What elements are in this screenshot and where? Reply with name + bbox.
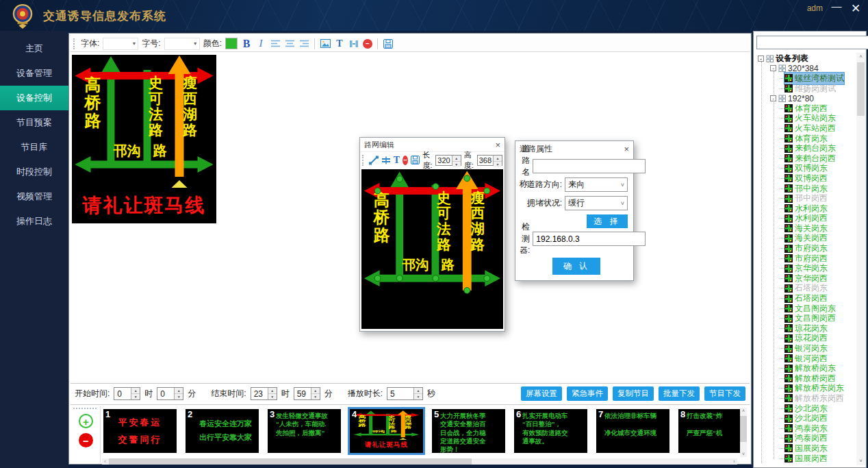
tree-device-item[interactable]: 市府岗东 xyxy=(755,243,856,254)
height-spinner[interactable]: 368▲▼ xyxy=(477,155,502,166)
tree-device-item[interactable]: 鸿泰岗西 xyxy=(755,434,856,444)
close-icon[interactable]: × xyxy=(495,140,500,150)
text-tool-icon[interactable]: T xyxy=(394,155,400,166)
tree-device-item[interactable]: 海关岗东 xyxy=(755,223,856,234)
confirm-button[interactable]: 确 认 xyxy=(552,258,600,275)
close-icon[interactable]: × xyxy=(624,144,629,154)
tree-device-item[interactable]: 螺丝湾桥测试 xyxy=(755,73,856,84)
tree-device-item[interactable]: 沙北岗东 xyxy=(755,404,856,414)
tree-device-item[interactable]: 水利岗西 xyxy=(755,214,856,224)
sidebar-item-5[interactable]: 时段控制 xyxy=(0,160,68,184)
tree-device-item[interactable]: 解放桥东岗东 xyxy=(755,384,856,394)
playlist-item-7[interactable]: 7依法治理非标车辆 净化城市交通环境 xyxy=(596,409,669,453)
tree-device-item[interactable]: 京华岗西 xyxy=(755,273,856,284)
road-handle[interactable] xyxy=(464,287,470,293)
scroll-up-icon[interactable]: ˄ xyxy=(856,53,865,61)
tree-device-item[interactable]: 沙北岗西 xyxy=(755,413,856,423)
road-handle[interactable] xyxy=(484,275,490,282)
color-swatch[interactable] xyxy=(225,38,238,49)
scroll-right-icon[interactable]: › xyxy=(731,458,737,465)
tree-device-item[interactable]: 文昌阁岗东 xyxy=(755,304,856,314)
playlist-item-4[interactable]: 4高桥路史可法路瘦西湖路邗沟路请礼让斑马线 xyxy=(350,409,423,453)
tree-device-item[interactable]: 银河岗西 xyxy=(755,354,856,364)
spinner-arrows[interactable]: ▲▼ xyxy=(174,388,183,399)
tree-group-320*384[interactable]: -320*384 xyxy=(755,64,856,74)
detector-input[interactable] xyxy=(533,232,646,246)
road-direction-select[interactable]: 来向 ˅ xyxy=(565,177,628,192)
tree-device-item[interactable]: 双博岗东 xyxy=(755,164,856,174)
vertical-scrollbar[interactable]: ˄ ˅ xyxy=(740,408,747,457)
tree-device-item[interactable]: 火车站岗东 xyxy=(755,114,856,124)
road-handle[interactable] xyxy=(433,184,439,190)
tree-device-item[interactable]: 邗中岗西 xyxy=(755,193,856,204)
tree-device-item[interactable]: 解放桥岗西 xyxy=(755,373,856,384)
action-button-4[interactable]: 节目下发 xyxy=(704,386,745,401)
font-select[interactable]: ▼ xyxy=(103,38,138,50)
road-handle[interactable] xyxy=(374,188,381,194)
size-select[interactable]: ▼ xyxy=(164,38,200,50)
screen-preview[interactable]: 高桥路史可法路瘦西湖路邗沟路 请礼让斑马线 xyxy=(72,55,216,223)
sidebar-item-3[interactable]: 节目预案 xyxy=(0,110,68,135)
choose-button[interactable]: 选 择 xyxy=(587,214,628,228)
tree-device-item[interactable]: 双博岗西 xyxy=(755,173,856,184)
save-icon[interactable] xyxy=(383,39,394,49)
road-handle[interactable] xyxy=(374,275,381,282)
toolbar-grip[interactable] xyxy=(73,38,75,49)
tree-device-item[interactable]: 海关岗西 xyxy=(755,234,856,244)
tree-root[interactable]: -设备列表 xyxy=(755,53,856,64)
dialog-titlebar[interactable]: 道路属性 × xyxy=(515,141,633,156)
tree-group-192*80[interactable]: -192*80 xyxy=(755,93,856,103)
spinner-arrows[interactable]: ▲▼ xyxy=(311,388,320,399)
tree-device-item[interactable]: 琼花岗西 xyxy=(755,334,856,344)
close-button[interactable]: ✕ xyxy=(849,1,863,16)
italic-button[interactable]: I xyxy=(255,38,266,49)
spinner-arrows[interactable]: ▲▼ xyxy=(452,156,461,165)
image-icon[interactable] xyxy=(320,39,331,48)
sidebar-item-2[interactable]: 设备控制 xyxy=(0,86,68,110)
end-minute-spinner[interactable]: 59▲▼ xyxy=(294,387,320,400)
tree-device-item[interactable]: 来鹤台岗西 xyxy=(755,153,856,164)
collapse-icon[interactable]: - xyxy=(770,65,776,71)
scroll-up-icon[interactable]: ˄ xyxy=(740,408,747,414)
scroll-down-icon[interactable]: ˅ xyxy=(856,457,865,465)
tree-device-item[interactable]: 石塔岗西 xyxy=(755,293,856,304)
length-spinner[interactable]: 320▲▼ xyxy=(435,155,461,166)
tree-device-item[interactable]: 解放桥东岗西 xyxy=(755,393,856,404)
playlist-item-3[interactable]: 3发生轻微交通事故“人未伤，车能动.先拍照，后撤离” xyxy=(268,409,341,453)
tree-scrollbar[interactable]: ˄ ˅ xyxy=(856,53,865,465)
tree-device-item[interactable]: 国展岗东 xyxy=(755,443,856,454)
device-search-input[interactable] xyxy=(756,36,868,49)
layout-columns-icon[interactable] xyxy=(348,40,359,48)
scrollbar-thumb[interactable] xyxy=(857,62,865,116)
tree-device-item[interactable]: 文昌阁岗西 xyxy=(755,313,856,323)
tree-device-item[interactable]: 体育岗西 xyxy=(755,103,856,114)
minimize-button[interactable]: — xyxy=(830,0,843,12)
end-hour-spinner[interactable]: 23▲▼ xyxy=(251,387,277,400)
toolbar-grip[interactable] xyxy=(362,155,364,166)
road-handle[interactable] xyxy=(433,275,439,282)
tree-device-item[interactable]: 水利岗东 xyxy=(755,204,856,214)
tree-device-item[interactable]: 京华岗东 xyxy=(755,263,856,273)
scrollbar-thumb[interactable] xyxy=(109,458,472,465)
tree-device-item[interactable]: 维扬岗测试 xyxy=(755,84,856,94)
tree-device-item[interactable]: 石塔岗东 xyxy=(755,284,856,294)
remove-icon[interactable]: − xyxy=(403,156,408,165)
align-center-icon[interactable] xyxy=(284,40,295,47)
text-tool-icon[interactable]: T xyxy=(334,38,345,49)
duration-spinner[interactable]: 5▲▼ xyxy=(387,387,423,400)
spinner-arrows[interactable]: ▲▼ xyxy=(268,388,277,399)
collapse-icon[interactable]: - xyxy=(770,95,776,101)
add-program-button[interactable]: + xyxy=(79,414,93,428)
road-handle[interactable] xyxy=(484,188,490,194)
playlist-item-2[interactable]: 2春运安全连万家出行平安靠大家 xyxy=(186,409,259,453)
spinner-arrows[interactable]: ▲▼ xyxy=(493,156,502,165)
playlist-item-1[interactable]: 1平安春运交警同行 xyxy=(103,409,177,453)
tree-device-item[interactable]: 邗中岗东 xyxy=(755,184,856,194)
playlist-item-5[interactable]: 5大力开展秋冬季交通安全整治百日会战，全力稳定道路交通安全形势！ xyxy=(432,409,505,453)
start-minute-spinner[interactable]: 0▲▼ xyxy=(157,387,183,400)
lanes-icon[interactable] xyxy=(381,155,391,166)
tree-device-item[interactable]: 鸿泰岗东 xyxy=(755,423,856,434)
start-hour-spinner[interactable]: 0▲▼ xyxy=(114,387,140,400)
sidebar-item-4[interactable]: 节目库 xyxy=(0,135,68,160)
sidebar-item-6[interactable]: 视频管理 xyxy=(0,184,68,209)
